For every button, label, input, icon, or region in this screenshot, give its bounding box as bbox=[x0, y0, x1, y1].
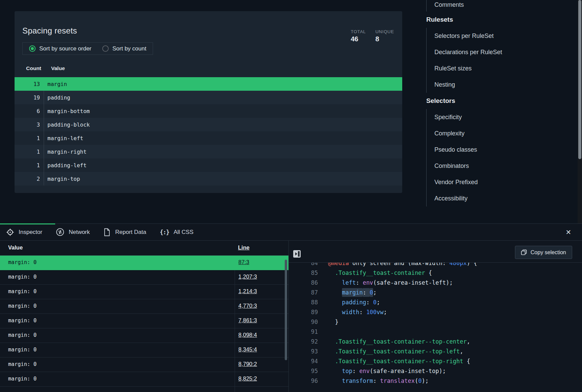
line-number: 85 bbox=[289, 268, 318, 278]
line-link[interactable]: 7,861:3 bbox=[238, 317, 257, 324]
line-link[interactable]: 8,345:4 bbox=[238, 346, 257, 353]
spacing-table-row[interactable]: 2margin-top bbox=[15, 172, 402, 186]
row-count: 1 bbox=[15, 131, 44, 145]
code-text: top: env(safe-area-inset-top); bbox=[328, 366, 446, 376]
line-cell: 4,770:3 bbox=[235, 299, 288, 313]
close-panel-button[interactable]: ✕ bbox=[564, 228, 573, 237]
sort-by-count-radio[interactable]: Sort by count bbox=[102, 45, 146, 52]
tab-network[interactable]: Network bbox=[56, 228, 90, 236]
code-text: .Toastify__toast-container--top-right { bbox=[328, 356, 470, 366]
radio-unselected-icon bbox=[102, 45, 109, 52]
tab-inspector[interactable]: Inspector bbox=[6, 228, 42, 236]
inspector-table-row: margin: 01,214:3 bbox=[0, 285, 288, 299]
inspector-line-header[interactable]: Line bbox=[238, 244, 250, 251]
inspector-table-row: margin: 07,861:3 bbox=[0, 314, 288, 328]
css-code-view[interactable]: 84@media only screen and (max-width: 480… bbox=[289, 263, 582, 392]
radio-selected-icon bbox=[29, 45, 36, 52]
crosshair-icon bbox=[6, 228, 14, 236]
card-stats: TOTAL 46 UNIQUE 8 bbox=[351, 29, 394, 43]
line-link[interactable]: 1,207:3 bbox=[238, 274, 257, 280]
declaration-value: margin: 0 bbox=[8, 318, 37, 324]
line-number: 95 bbox=[289, 366, 318, 376]
line-link[interactable]: 4,770:3 bbox=[238, 303, 257, 309]
line-link[interactable]: 8,098:4 bbox=[238, 332, 257, 338]
inspector-table-row: margin: 08,790:2 bbox=[0, 357, 288, 372]
row-value: padding-block bbox=[44, 122, 90, 128]
line-number: 88 bbox=[289, 298, 318, 307]
code-text: @media only screen and (max-width: 480px… bbox=[328, 263, 477, 268]
total-label: TOTAL bbox=[351, 29, 366, 34]
tab-all-css-label: All CSS bbox=[174, 229, 194, 236]
sidebar-item-nesting[interactable]: Nesting bbox=[426, 77, 575, 93]
row-value: margin-top bbox=[44, 176, 80, 182]
row-count: 6 bbox=[15, 104, 44, 118]
line-number: 90 bbox=[289, 317, 318, 327]
devtools-tabbar: Inspector Network Report Data {:} All CS… bbox=[0, 224, 582, 241]
row-value: padding-left bbox=[44, 162, 87, 169]
report-nav-sidebar: CommentsRulesetsSelectors per RuleSetDec… bbox=[426, 0, 575, 206]
code-text: width: 100vw; bbox=[328, 307, 387, 317]
spacing-table-row[interactable]: 13margin bbox=[15, 77, 402, 91]
page-scrollbar-thumb[interactable] bbox=[578, 0, 581, 159]
inspector-table-row: margin: 01,207:3 bbox=[0, 270, 288, 285]
unique-stat: UNIQUE 8 bbox=[375, 29, 394, 43]
sidebar-item-vendor-prefixed[interactable]: Vendor Prefixed bbox=[426, 174, 575, 190]
code-line: 86 left: env(safe-area-inset-left); bbox=[289, 278, 582, 288]
line-number: 87 bbox=[289, 288, 318, 298]
code-line: 91 bbox=[289, 327, 582, 337]
sidebar-item-selectors-per-ruleset[interactable]: Selectors per RuleSet bbox=[426, 28, 575, 44]
tab-report-data[interactable]: Report Data bbox=[103, 228, 146, 236]
sidebar-item-comments[interactable]: Comments bbox=[426, 0, 575, 12]
spacing-table-row[interactable]: 1padding-left bbox=[15, 158, 402, 172]
sidebar-item-pseudo-classes[interactable]: Pseudo classes bbox=[426, 141, 575, 158]
inspector-table-row-partial bbox=[0, 387, 288, 392]
inspector-table-scrollbar-thumb[interactable] bbox=[285, 260, 287, 360]
line-link[interactable]: 8,825:2 bbox=[238, 375, 257, 382]
line-link[interactable]: 8,790:2 bbox=[238, 361, 257, 367]
value-column-header: Value bbox=[51, 65, 65, 71]
code-text: .Toastify__toast-container--top-center, bbox=[328, 337, 470, 347]
copy-selection-label: Copy selection bbox=[531, 249, 566, 256]
sort-options-group: Sort by source order Sort by count bbox=[22, 42, 153, 55]
code-text: margin: 0; bbox=[328, 288, 376, 298]
row-count: 1 bbox=[15, 145, 44, 158]
devtools-panel: Inspector Network Report Data {:} All CS… bbox=[0, 223, 582, 392]
declaration-value: margin: 0 bbox=[8, 347, 37, 353]
inspector-table-row: margin: 08,345:4 bbox=[0, 343, 288, 357]
sidebar-item-specificity[interactable]: Specificity bbox=[426, 109, 575, 125]
sidebar-item-complexity[interactable]: Complexity bbox=[426, 125, 575, 141]
document-icon bbox=[103, 228, 111, 236]
code-line: 87 margin: 0; bbox=[289, 288, 582, 298]
row-count: 13 bbox=[15, 77, 44, 91]
code-line: 89 width: 100vw; bbox=[289, 307, 582, 317]
code-text: .Toastify__toast-container { bbox=[328, 268, 432, 278]
line-cell: 1,214:3 bbox=[235, 285, 288, 299]
line-number: 91 bbox=[289, 327, 318, 337]
code-viewer-panel: Copy selection 84@media only screen and … bbox=[289, 241, 582, 392]
expand-sidebar-icon[interactable] bbox=[293, 250, 301, 258]
line-link[interactable]: 1,214:3 bbox=[238, 288, 257, 295]
sidebar-item-combinators[interactable]: Combinators bbox=[426, 158, 575, 174]
copy-selection-button[interactable]: Copy selection bbox=[515, 246, 572, 259]
row-count: 19 bbox=[15, 91, 44, 104]
code-line: 95 top: env(safe-area-inset-top); bbox=[289, 366, 582, 376]
spacing-table-row[interactable]: 1margin-left bbox=[15, 131, 402, 145]
spacing-table-row[interactable]: 19padding bbox=[15, 91, 402, 104]
line-link[interactable]: 87:3 bbox=[238, 259, 249, 265]
inspector-table-row: margin: 08,825:2 bbox=[0, 372, 288, 387]
code-text: .Toastify__toast-container--top-left, bbox=[328, 347, 463, 356]
spacing-resets-card: Spacing resets TOTAL 46 UNIQUE 8 Sort by… bbox=[15, 11, 402, 193]
total-stat: TOTAL 46 bbox=[351, 29, 366, 43]
tab-all-css[interactable]: {:} All CSS bbox=[160, 229, 193, 236]
sidebar-item-ruleset-sizes[interactable]: RuleSet sizes bbox=[426, 60, 575, 77]
sidebar-item-declarations-per-ruleset[interactable]: Declarations per RuleSet bbox=[426, 44, 575, 60]
sort-by-count-label: Sort by count bbox=[112, 45, 146, 52]
sidebar-item-accessibility[interactable]: Accessibility bbox=[426, 190, 575, 206]
tab-report-data-label: Report Data bbox=[115, 229, 146, 236]
spacing-table-row[interactable]: 3padding-block bbox=[15, 118, 402, 131]
line-cell: 1,207:3 bbox=[235, 270, 288, 284]
spacing-table-row[interactable]: 1margin-right bbox=[15, 145, 402, 158]
spacing-table-row[interactable]: 6margin-bottom bbox=[15, 104, 402, 118]
declaration-value: margin: 0 bbox=[8, 376, 37, 382]
sort-by-source-order-radio[interactable]: Sort by source order bbox=[29, 45, 91, 52]
